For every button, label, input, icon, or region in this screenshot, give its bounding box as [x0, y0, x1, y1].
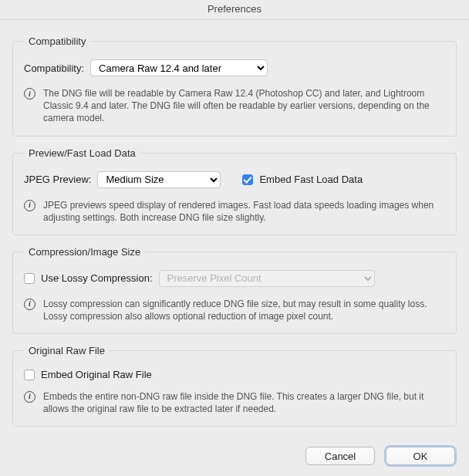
group-compression: Compression/Image Size Use Lossy Compres… — [12, 246, 457, 334]
info-icon: i — [24, 299, 35, 310]
info-icon: i — [24, 88, 35, 100]
jpeg-preview-select[interactable]: Medium Size — [97, 171, 221, 188]
group-original-raw: Original Raw File Embed Original Raw Fil… — [12, 345, 457, 427]
compatibility-label: Compatibility: — [24, 62, 84, 74]
ok-button[interactable]: OK — [386, 447, 455, 465]
embed-fast-load-label: Embed Fast Load Data — [259, 174, 363, 185]
compatibility-select[interactable]: Camera Raw 12.4 and later — [90, 59, 268, 76]
lossy-mode-select: Preserve Pixel Count — [159, 270, 375, 287]
original-info-text: Embeds the entire non-DNG raw file insid… — [43, 390, 445, 415]
legend-preview: Preview/Fast Load Data — [24, 147, 140, 159]
dialog-content: Compatibility Compatibility: Camera Raw … — [0, 20, 469, 427]
embed-original-field[interactable]: Embed Original Raw File — [24, 369, 152, 380]
embed-original-checkbox[interactable] — [24, 370, 35, 380]
legend-compatibility: Compatibility — [24, 35, 90, 47]
embed-fast-load-checkbox[interactable] — [242, 174, 253, 185]
embed-original-label: Embed Original Raw File — [41, 369, 152, 380]
group-preview: Preview/Fast Load Data JPEG Preview: Med… — [12, 147, 457, 235]
compression-info-text: Lossy compression can significantly redu… — [43, 298, 445, 322]
info-icon: i — [24, 200, 35, 211]
cancel-button[interactable]: Cancel — [305, 447, 375, 465]
use-lossy-checkbox[interactable] — [24, 273, 35, 284]
compatibility-info-text: The DNG file will be readable by Camera … — [43, 87, 445, 125]
legend-original-raw: Original Raw File — [24, 345, 110, 356]
info-icon: i — [24, 391, 35, 403]
dialog-footer: Cancel OK — [305, 447, 455, 465]
preview-info-text: JPEG previews speed display of rendered … — [43, 199, 445, 224]
jpeg-preview-label: JPEG Preview: — [24, 174, 91, 185]
use-lossy-field[interactable]: Use Lossy Compression: — [24, 272, 153, 284]
window-title: Preferences — [0, 0, 469, 20]
legend-compression: Compression/Image Size — [24, 246, 145, 258]
use-lossy-label: Use Lossy Compression: — [41, 272, 153, 284]
group-compatibility: Compatibility Compatibility: Camera Raw … — [12, 35, 457, 137]
embed-fast-load-field[interactable]: Embed Fast Load Data — [242, 174, 363, 185]
